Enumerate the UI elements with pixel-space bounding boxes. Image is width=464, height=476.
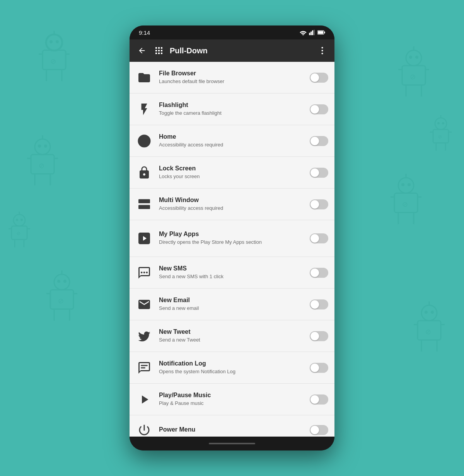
multi-window-toggle[interactable] [310,199,328,209]
svg-text:⊘: ⊘ [58,297,64,305]
svg-point-75 [442,122,444,124]
notification-log-title: Notification Log [159,360,304,367]
lock-screen-toggle[interactable] [310,168,328,178]
svg-point-0 [46,35,62,50]
list-item-notification-log[interactable]: Notification Log Opens the system Notifi… [130,352,334,384]
svg-point-74 [437,122,440,124]
play-pause-music-toggle[interactable] [310,394,328,405]
svg-rect-56 [394,193,418,212]
svg-point-2 [49,40,53,43]
file-browser-subtitle: Launches default file browser [159,78,304,85]
flashlight-text: Flashlight Toggle the camera flashlight [159,102,304,117]
svg-rect-82 [309,33,310,35]
svg-point-62 [421,305,437,321]
svg-rect-36 [12,226,27,240]
svg-rect-95 [155,53,157,54]
svg-rect-91 [161,47,162,49]
overflow-menu-button[interactable] [316,47,328,54]
svg-point-34 [16,219,18,221]
new-tweet-icon [136,328,153,345]
list-item-new-email[interactable]: New Email Send a new email [130,289,334,320]
home-icon [136,133,153,150]
app-bar: Pull-Down [130,39,334,62]
svg-rect-85 [314,30,315,35]
file-browser-toggle[interactable] [310,73,328,83]
svg-text:⊘: ⊘ [17,231,20,236]
my-play-apps-icon [136,230,153,247]
svg-point-25 [63,280,67,283]
svg-point-65 [431,311,434,314]
svg-point-64 [425,311,428,314]
svg-point-14 [38,144,41,148]
svg-point-52 [398,178,414,193]
svg-point-35 [20,219,23,221]
home-title: Home [159,133,304,140]
list-item-home[interactable]: Home Accessibility access required [130,125,334,157]
new-email-text: New Email Send a new email [159,297,304,312]
list-item-flashlight[interactable]: Flashlight Toggle the camera flashlight [130,94,334,125]
list-item-file-browser[interactable]: File Browser Launches default file brows… [130,62,334,94]
new-email-icon [136,296,153,313]
power-menu-icon [136,422,153,437]
new-sms-toggle[interactable] [310,268,328,278]
list-item-new-tweet[interactable]: New Tweet Send a new Tweet [130,320,334,352]
svg-rect-88 [318,31,323,34]
my-play-apps-toggle[interactable] [310,233,328,243]
settings-list[interactable]: File Browser Launches default file brows… [130,62,334,437]
play-pause-music-icon [136,391,153,408]
new-tweet-toggle[interactable] [310,331,328,341]
bottom-nav-bar [130,437,334,450]
new-tweet-subtitle: Send a new Tweet [159,337,304,343]
list-item-lock-screen[interactable]: Lock Screen Locks your screen [130,157,334,189]
home-toggle[interactable] [310,136,328,146]
svg-point-45 [415,56,418,59]
svg-rect-76 [433,129,449,143]
list-item-power-menu[interactable]: Power Menu [130,415,334,437]
power-menu-title: Power Menu [159,426,304,433]
svg-point-55 [408,183,411,186]
notification-log-text: Notification Log Opens the system Notifi… [159,360,304,375]
new-email-subtitle: Send a new email [159,305,304,312]
svg-rect-96 [158,53,160,54]
svg-point-15 [44,144,47,148]
flashlight-title: Flashlight [159,102,304,109]
svg-rect-103 [138,205,150,209]
list-item-play-pause-music[interactable]: Play/Pause Music Play & Pause music [130,384,334,415]
svg-rect-46 [402,66,425,85]
my-play-apps-title: My Play Apps [159,231,304,238]
battery-icon [317,30,325,35]
back-button[interactable] [136,46,148,55]
grid-icon [153,44,165,57]
svg-rect-93 [158,50,160,51]
svg-rect-102 [138,199,150,203]
status-bar: 9:14 [130,26,334,39]
file-browser-icon [136,69,153,86]
svg-point-24 [57,280,60,283]
home-indicator [209,443,255,444]
notification-log-toggle[interactable] [310,363,328,373]
new-sms-text: New SMS Send a new SMS with 1 click [159,265,304,280]
svg-point-101 [138,135,150,147]
svg-point-54 [401,183,404,186]
svg-text:⊘: ⊘ [410,73,416,81]
new-email-toggle[interactable] [310,299,328,309]
power-menu-toggle[interactable] [310,425,328,435]
new-tweet-title: New Tweet [159,328,304,335]
svg-rect-94 [161,50,162,51]
list-item-multi-window[interactable]: Multi Window Accessibility access requir… [130,189,334,220]
list-item-new-sms[interactable]: New SMS Send a new SMS with 1 click [130,257,334,289]
list-item-my-play-apps[interactable]: My Play Apps Directly opens the Play Sto… [130,220,334,257]
svg-point-32 [14,214,25,226]
status-time: 9:14 [139,29,150,36]
svg-rect-109 [141,365,148,366]
new-sms-icon [136,264,153,281]
file-browser-title: File Browser [159,70,304,77]
svg-rect-107 [143,272,145,274]
svg-point-100 [321,53,323,54]
flashlight-toggle[interactable] [310,104,328,114]
svg-point-10 [46,34,63,51]
svg-point-12 [35,139,50,155]
app-bar-title: Pull-Down [170,46,311,55]
play-pause-music-title: Play/Pause Music [159,392,304,399]
svg-marker-111 [142,395,148,403]
